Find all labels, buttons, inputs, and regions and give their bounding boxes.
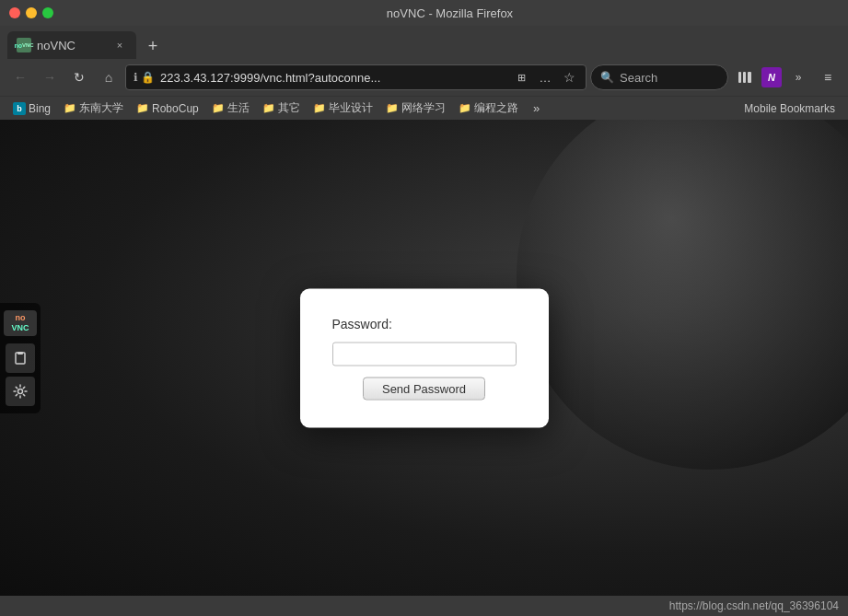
search-icon: 🔍 [600,71,614,84]
bookmark-label: RoboCup [152,102,199,115]
tab-favicon: no VNC [17,38,31,52]
traffic-lights [9,7,53,18]
folder-icon: 📁 [136,102,149,114]
password-label: Password: [332,316,517,331]
folder-icon: 📁 [459,102,471,114]
reload-button[interactable]: ↻ [66,64,92,90]
bookmark-label: 编程之路 [474,100,518,116]
password-dialog: Password: Send Password [300,288,549,427]
bookmark-network[interactable]: 📁 网络学习 [380,99,451,118]
minimize-button[interactable] [26,7,37,18]
more-button[interactable]: … [536,64,554,90]
settings-icon [13,384,28,399]
title-bar: noVNC - Mozilla Firefox [0,0,848,26]
home-button[interactable]: ⌂ [96,64,122,90]
library-button[interactable] [732,64,758,90]
maximize-button[interactable] [42,7,53,18]
vnc-sidebar-clipboard-button[interactable] [6,343,35,373]
send-password-button[interactable]: Send Password [363,377,485,400]
onenote-button[interactable]: N [761,67,782,87]
bookmark-label: 东南大学 [79,100,123,116]
bookmark-other[interactable]: 📁 其它 [257,99,306,118]
bookmark-robocup[interactable]: 📁 RoboCup [131,100,204,117]
svg-rect-4 [17,352,23,354]
vnc-logo-no: no [11,313,29,323]
forward-button[interactable]: → [37,64,63,90]
vnc-logo: no VNC [4,310,37,336]
status-bar: https://blog.csdn.net/qq_36396104 [0,596,848,616]
security-indicator: ℹ 🔒 [134,71,155,84]
bookmark-life[interactable]: 📁 生活 [206,99,255,118]
bookmarks-overflow-button[interactable]: » [528,99,546,118]
url-text: 223.3.43.127:9999/vnc.html?autoconne... [160,71,506,85]
password-input[interactable] [332,342,517,366]
main-content: no VNC Password: Send Password [0,120,848,596]
bing-label: Bing [29,102,51,115]
bookmark-label: 其它 [278,100,300,116]
url-bar[interactable]: ℹ 🔒 223.3.43.127:9999/vnc.html?autoconne… [125,64,587,90]
clipboard-icon [13,351,28,366]
svg-rect-1 [743,72,746,83]
overflow-button[interactable]: » [785,64,811,90]
new-tab-button[interactable]: + [140,33,166,59]
folder-icon: 📁 [262,102,275,114]
vnc-sidebar: no VNC [0,303,41,413]
folder-icon: 📁 [64,102,76,114]
bookmark-label: 生活 [227,100,250,116]
vnc-sidebar-settings-button[interactable] [6,377,35,406]
svg-rect-2 [748,72,751,83]
toolbar: ← → ↻ ⌂ ℹ 🔒 223.3.43.127:9999/vnc.html?a… [0,59,848,96]
tab-close-button[interactable]: × [112,38,127,52]
menu-button[interactable]: ≡ [815,64,841,90]
folder-icon: 📁 [313,102,326,114]
svg-rect-0 [738,72,741,83]
bookmark-coding[interactable]: 📁 编程之路 [453,99,524,118]
bookmark-star-button[interactable]: ☆ [560,64,578,90]
mobile-bookmarks-button[interactable]: Mobile Bookmarks [738,100,841,117]
folder-icon: 📁 [212,102,225,114]
bookmark-dongnan[interactable]: 📁 东南大学 [58,99,129,118]
vnc-logo-text: VNC [11,323,29,333]
tab-label: noVNC [37,39,107,52]
close-button[interactable] [9,7,20,18]
active-tab[interactable]: no VNC noVNC × [7,31,136,59]
bookmarks-bar: b Bing 📁 东南大学 📁 RoboCup 📁 生活 📁 其它 📁 毕业设计… [0,96,848,120]
svg-point-5 [18,389,23,393]
folder-icon: 📁 [386,102,399,114]
info-icon: ℹ [134,71,138,84]
qr-button[interactable]: ⊞ [512,64,530,90]
bookmark-label: 网络学习 [401,100,446,116]
bookmark-bing[interactable]: b Bing [7,100,56,117]
bing-icon: b [13,102,26,115]
tab-bar: no VNC noVNC × + [0,26,848,59]
bookmark-thesis[interactable]: 📁 毕业设计 [308,99,378,118]
status-url: https://blog.csdn.net/qq_36396104 [669,599,839,612]
lock-icon: 🔒 [141,71,155,84]
back-button[interactable]: ← [7,64,33,90]
bookmark-label: 毕业设计 [329,100,373,116]
window-title: noVNC - Mozilla Firefox [61,6,839,20]
search-placeholder: Search [620,71,657,85]
search-bar[interactable]: 🔍 Search [590,64,728,90]
library-icon [738,70,752,85]
browser-window: noVNC - Mozilla Firefox no VNC noVNC × +… [0,0,848,616]
